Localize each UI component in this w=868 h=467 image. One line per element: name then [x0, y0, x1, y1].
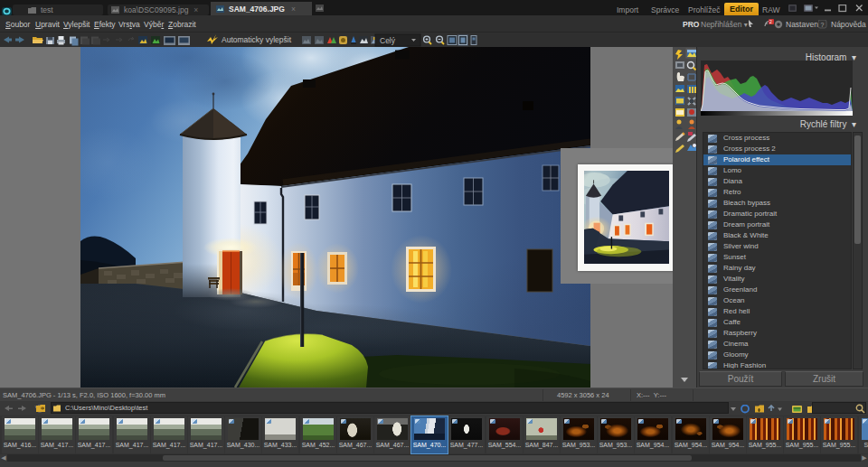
svg-text:?: ? — [821, 22, 825, 28]
svg-text:Automaticky vylepšit: Automaticky vylepšit — [222, 35, 292, 44]
svg-text:Celý: Celý — [380, 36, 396, 45]
svg-text:2: 2 — [769, 19, 772, 24]
